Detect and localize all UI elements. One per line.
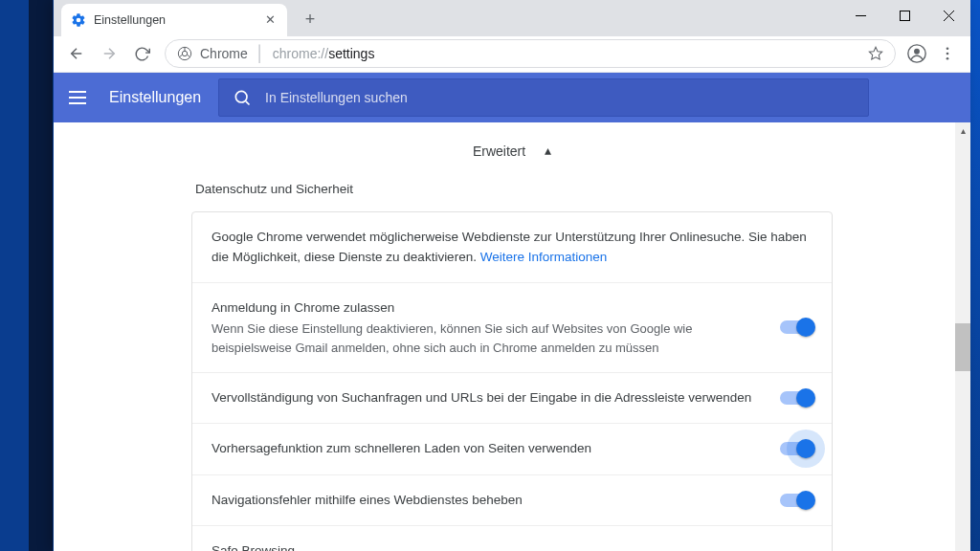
chrome-window: Einstellungen ✕ + Chrome │ chrome://sett…	[54, 0, 970, 551]
privacy-card: Google Chrome verwendet möglicherweise W…	[191, 211, 833, 551]
settings-search-box[interactable]	[218, 78, 869, 117]
toolbar: Chrome │ chrome://settings	[54, 36, 970, 73]
scrollbar-thumb[interactable]	[955, 323, 970, 371]
window-controls	[838, 0, 970, 31]
scrollbar-up-arrow-icon[interactable]: ▴	[955, 122, 970, 138]
window-maximize-button[interactable]	[882, 0, 926, 31]
svg-point-9	[947, 48, 949, 51]
setting-row-safebrowsing: Safe Browsing	[192, 526, 832, 551]
tab-settings[interactable]: Einstellungen ✕	[61, 4, 287, 36]
close-tab-button[interactable]: ✕	[262, 12, 278, 28]
settings-search-input[interactable]	[265, 90, 855, 105]
settings-content: Erweitert ▴ Datenschutz und Sicherheit G…	[54, 122, 970, 551]
address-bar[interactable]: Chrome │ chrome://settings	[165, 39, 896, 68]
learn-more-link[interactable]: Weitere Informationen	[480, 250, 608, 264]
profile-avatar-button[interactable]	[903, 40, 930, 67]
toggle-autocomplete[interactable]	[780, 391, 813, 405]
privacy-section: Datenschutz und Sicherheit Google Chrome…	[191, 182, 833, 551]
toggle-naverror[interactable]	[780, 494, 813, 507]
hamburger-menu-button[interactable]	[69, 86, 92, 109]
chevron-up-icon: ▴	[545, 143, 551, 158]
advanced-expander[interactable]: Erweitert ▴	[54, 122, 970, 182]
svg-line-13	[246, 101, 250, 105]
svg-point-5	[182, 51, 187, 55]
toggle-prefetch[interactable]	[780, 442, 813, 455]
desktop-background-accent	[29, 0, 53, 551]
svg-point-11	[947, 57, 949, 60]
search-icon	[233, 88, 252, 107]
tab-strip: Einstellungen ✕ +	[54, 0, 970, 36]
url-path-prefix: chrome://	[273, 46, 328, 61]
back-button[interactable]	[61, 38, 92, 69]
new-tab-button[interactable]: +	[297, 7, 323, 33]
toggle-signin[interactable]	[780, 320, 813, 334]
svg-point-10	[947, 53, 949, 55]
desktop-background-right	[970, 0, 980, 551]
settings-header: Einstellungen	[54, 73, 970, 123]
url-path: settings	[328, 46, 374, 61]
privacy-intro-text: Google Chrome verwendet möglicherweise W…	[212, 228, 813, 267]
settings-title: Einstellungen	[109, 89, 201, 106]
tab-title: Einstellungen	[94, 13, 262, 27]
setting-text: Vorhersagefunktion zum schnelleren Laden…	[212, 439, 757, 458]
bookmark-star-icon[interactable]	[868, 46, 883, 61]
setting-row-autocomplete: Vervollständigung von Suchanfragen und U…	[192, 373, 832, 424]
setting-row-naverror: Navigationsfehler mithilfe eines Webdien…	[192, 475, 832, 526]
gear-icon	[71, 12, 86, 28]
forward-button[interactable]	[94, 38, 124, 69]
svg-marker-6	[869, 47, 881, 59]
setting-text: Anmeldung in Chrome zulassen Wenn Sie di…	[212, 298, 757, 357]
window-close-button[interactable]	[926, 0, 970, 31]
window-minimize-button[interactable]	[838, 0, 882, 31]
setting-row-signin: Anmeldung in Chrome zulassen Wenn Sie di…	[192, 283, 832, 373]
setting-row-prefetch: Vorhersagefunktion zum schnelleren Laden…	[192, 424, 832, 474]
svg-point-12	[235, 91, 247, 102]
content-scrollbar[interactable]: ▴	[955, 122, 970, 551]
reload-button[interactable]	[126, 38, 157, 69]
settings-scroll-area[interactable]: Erweitert ▴ Datenschutz und Sicherheit G…	[54, 122, 970, 551]
desktop-background-left	[0, 0, 29, 551]
setting-text: Vervollständigung von Suchanfragen und U…	[212, 388, 757, 408]
setting-text: Navigationsfehler mithilfe eines Webdien…	[212, 491, 757, 510]
advanced-expander-label: Erweitert	[473, 143, 525, 159]
svg-rect-1	[900, 11, 909, 20]
url-separator: │	[256, 45, 265, 62]
privacy-intro-row: Google Chrome verwendet möglicherweise W…	[192, 212, 832, 283]
chrome-icon	[177, 46, 192, 61]
menu-button[interactable]	[932, 38, 963, 69]
setting-text: Safe Browsing	[212, 541, 813, 551]
svg-point-8	[914, 49, 920, 55]
privacy-section-heading: Datenschutz und Sicherheit	[191, 182, 833, 211]
url-scheme-label: Chrome	[200, 46, 248, 61]
